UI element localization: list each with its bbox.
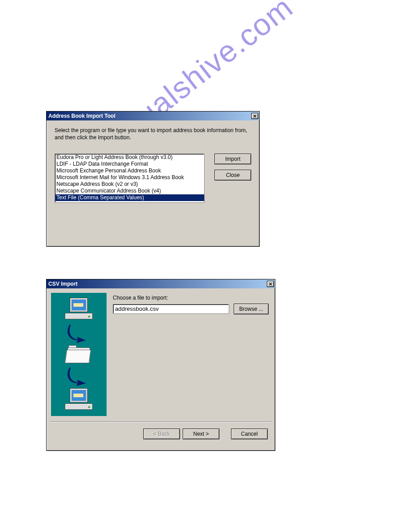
- choose-file-label: Choose a file to import:: [113, 295, 269, 301]
- computer-icon: [65, 298, 93, 321]
- cancel-button[interactable]: Cancel: [231, 429, 268, 439]
- address-book-import-dialog: Address Book Import Tool ✕ Select the pr…: [46, 111, 260, 247]
- format-listbox[interactable]: Eudora Pro or Light Address Book (throug…: [55, 154, 205, 203]
- wizard-button-row: < Back Next > Cancel: [47, 422, 275, 446]
- list-item[interactable]: LDIF - LDAP Data Interchange Format: [55, 161, 204, 167]
- folder-icon: [66, 345, 92, 364]
- list-item[interactable]: Netscape Communicator Address Book (v4): [55, 188, 204, 194]
- back-button: < Back: [143, 429, 180, 439]
- dialog-title: Address Book Import Tool: [48, 113, 116, 119]
- close-icon[interactable]: ✕: [267, 281, 274, 287]
- wizard-body: Choose a file to import: addressbook.csv…: [47, 288, 275, 416]
- list-item[interactable]: Eudora Pro or Light Address Book (throug…: [55, 154, 204, 161]
- browse-button[interactable]: Browse ...: [234, 304, 269, 314]
- computer-icon: [65, 388, 93, 412]
- arrow-icon: [66, 366, 91, 386]
- dialog-title: CSV Import: [48, 281, 77, 287]
- list-item[interactable]: Microsoft Internet Mail for Windows 3.1 …: [55, 174, 204, 181]
- next-button[interactable]: Next >: [183, 429, 219, 439]
- list-item[interactable]: Netscape Address Book (v2 or v3): [55, 181, 204, 188]
- arrow-icon: [66, 323, 91, 343]
- file-path-input[interactable]: addressbook.csv: [113, 304, 229, 314]
- list-item[interactable]: Microsoft Exchange Personal Address Book: [55, 167, 204, 174]
- dialog-body: Select the program or file type you want…: [47, 120, 259, 209]
- titlebar: Address Book Import Tool ✕: [47, 112, 259, 120]
- instruction-text: Select the program or file type you want…: [55, 127, 251, 141]
- list-item[interactable]: Text File (Comma Separated Values): [55, 194, 204, 201]
- csv-import-dialog: CSV Import ✕ Choose a file to import: a: [46, 279, 275, 451]
- close-button[interactable]: Close: [214, 170, 251, 180]
- titlebar: CSV Import ✕: [47, 279, 275, 288]
- wizard-graphic: [51, 293, 107, 416]
- import-button[interactable]: Import: [214, 154, 251, 164]
- close-icon[interactable]: ✕: [251, 113, 258, 119]
